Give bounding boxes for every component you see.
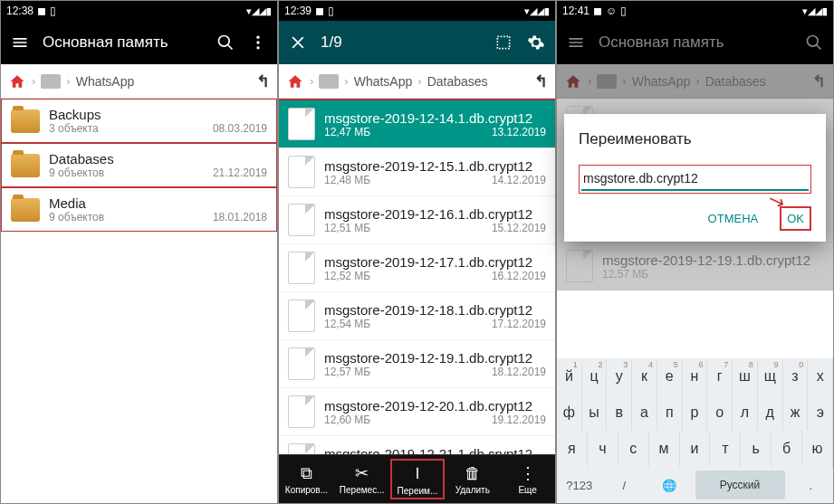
file-name: msgstore-2019-12-19.1.db.crypt12 [324,350,546,366]
key-ь[interactable]: ь [741,431,772,467]
chevron-icon: › [344,74,348,88]
key-а[interactable]: а [632,395,657,431]
key-з[interactable]: з0 [783,358,809,395]
file-name: msgstore-2019-12-20.1.db.crypt12 [324,398,546,414]
file-row[interactable]: msgstore-2019-12-21.1.db.crypt12 12,71 М… [279,436,555,454]
key-ф[interactable]: ф [557,395,582,431]
svg-line-9 [817,45,821,50]
breadcrumb-item[interactable]: Databases [427,74,488,89]
key-ш[interactable]: ш8 [733,358,758,395]
folder-row[interactable]: Databases 9 объектов21.12.2019 [1,143,277,187]
action-more[interactable]: ⋮Еще [500,460,555,499]
key-ч[interactable]: ч [588,431,618,467]
key-р[interactable]: р [683,395,708,431]
selection-count: 1/9 [321,33,481,52]
key-д[interactable]: д [758,395,783,431]
key-п[interactable]: п [657,395,683,431]
key-ж[interactable]: ж [783,395,809,431]
file-icon [288,204,315,236]
file-name: msgstore-2019-12-16.1.db.crypt12 [324,206,546,222]
file-name: msgstore-2019-12-14.1.db.crypt12 [324,110,546,126]
status-icon: ◼ [315,5,324,17]
status-icon: ◼ [593,5,602,17]
breadcrumb[interactable]: › › WhatsApp ↰ [1,64,277,99]
home-icon[interactable] [8,73,26,90]
key-н[interactable]: н6 [683,358,708,395]
rename-dialog: Переименовать ОТМЕНА OK [564,114,826,242]
action-label: Удалить [455,485,490,495]
action-cut[interactable]: ✂Перемес... [334,460,390,499]
file-row[interactable]: msgstore-2019-12-16.1.db.crypt12 12,51 М… [279,196,555,244]
search-icon[interactable] [216,33,235,52]
key-space[interactable]: Русский [695,471,785,499]
key-slash[interactable]: / [602,467,647,503]
key-ю[interactable]: ю [802,431,833,467]
svg-rect-7 [497,36,509,48]
file-row[interactable]: msgstore-2019-12-15.1.db.crypt12 12,48 М… [279,148,555,196]
file-list: msgstore-2019-12-14.1.db.crypt12 12,47 М… [279,99,555,454]
cancel-button[interactable]: ОТМЕНА [701,206,766,231]
more-icon[interactable] [248,33,268,52]
breadcrumb-item[interactable]: WhatsApp [76,74,135,89]
rename-input[interactable] [581,167,809,191]
app-bar: Основная память [1,21,277,64]
action-delete[interactable]: 🗑Удалить [445,461,500,499]
key-о[interactable]: о [707,395,733,431]
status-bar: 12:41 ◼ ☺ ▯ ▾◢◢▮ [557,1,833,21]
key-т[interactable]: т [710,431,741,467]
file-row[interactable]: msgstore-2019-12-17.1.db.crypt12 12,52 М… [279,244,555,292]
action-label: Еще [518,485,536,495]
key-в[interactable]: в [607,395,632,431]
key-г[interactable]: г7 [707,358,733,395]
key-х[interactable]: х [808,358,833,395]
chevron-icon: › [66,74,70,88]
key-globe[interactable]: 🌐 [647,467,692,503]
breadcrumb-item[interactable]: WhatsApp [354,74,413,89]
action-rename[interactable]: ＩПереим... [390,459,446,499]
key-ы[interactable]: ы [582,395,608,431]
key-э[interactable]: э [808,395,833,431]
key-е[interactable]: е5 [657,358,683,395]
key-с[interactable]: с [618,431,649,467]
key-я[interactable]: я [557,431,588,467]
file-icon [288,156,315,188]
key-period[interactable]: . [789,467,834,503]
status-right: ▾◢◢▮ [246,5,272,17]
key-ц[interactable]: ц2 [582,358,608,395]
folder-icon [11,109,40,133]
svg-point-3 [256,41,259,43]
file-name: msgstore-2019-12-21.1.db.crypt12 [324,446,546,455]
key-й[interactable]: й1 [557,358,582,395]
key-щ[interactable]: щ9 [758,358,783,395]
status-icon: ▯ [328,5,334,17]
file-size: 12,52 МБ [324,270,370,282]
key-б[interactable]: б [772,431,802,467]
folder-icon [11,154,40,177]
file-row[interactable]: msgstore-2019-12-18.1.db.crypt12 12,54 М… [279,292,555,340]
status-time: 12:41 [562,5,590,17]
key-м[interactable]: м [649,431,680,467]
folder-row[interactable]: Media 9 объектов18.01.2018 [1,187,277,232]
home-icon[interactable] [286,73,304,90]
up-icon[interactable]: ↰ [534,71,548,91]
key-л[interactable]: л [733,395,758,431]
menu-icon[interactable] [10,33,30,52]
file-row[interactable]: msgstore-2019-12-20.1.db.crypt12 12,60 М… [279,388,555,436]
folder-icon[interactable] [319,74,339,89]
key-и[interactable]: и [680,431,711,467]
key-у[interactable]: у3 [607,358,632,395]
svg-point-8 [808,36,819,47]
key-symbols[interactable]: ?123 [557,467,602,503]
close-icon[interactable] [288,33,308,52]
settings-icon[interactable] [526,33,546,52]
up-icon[interactable]: ↰ [256,71,270,91]
folder-icon[interactable] [41,74,61,89]
key-к[interactable]: к4 [632,358,657,395]
breadcrumb[interactable]: › › WhatsApp › Databases ↰ [279,64,555,99]
action-copy[interactable]: ⧉Копиров... [279,461,334,499]
file-row[interactable]: msgstore-2019-12-19.1.db.crypt12 12,57 М… [279,340,555,388]
file-row[interactable]: msgstore-2019-12-14.1.db.crypt12 12,47 М… [279,100,555,148]
folder-row[interactable]: Backups 3 объекта08.03.2019 [1,99,277,143]
file-list: Backups 3 объекта08.03.2019 Databases 9 … [1,99,277,503]
select-all-icon[interactable] [494,33,513,52]
